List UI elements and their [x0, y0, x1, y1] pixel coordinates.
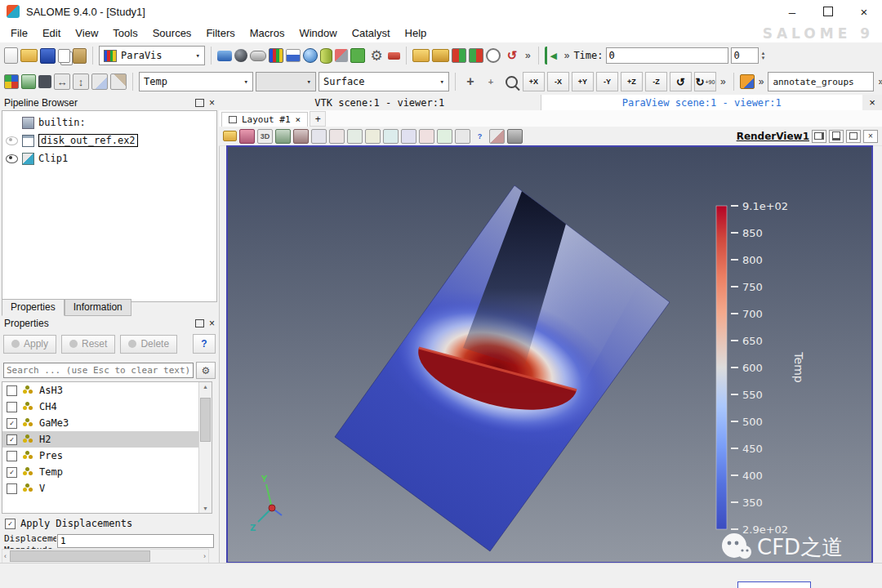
rv-open-icon[interactable] [223, 131, 237, 141]
macro-toggle-icon[interactable] [388, 52, 400, 60]
close-layout-icon[interactable]: × [296, 114, 301, 125]
rescale-data-icon[interactable]: ↔ [54, 74, 70, 90]
rv-help-icon[interactable]: ? [473, 130, 487, 143]
rv-3d-toggle[interactable]: 3D [257, 129, 273, 144]
filter-icon[interactable] [335, 49, 348, 62]
tab-vtk-viewer[interactable]: VTK scene:1 - viewer:1 [219, 95, 541, 110]
properties-hscrollbar[interactable]: ‹ › [2, 549, 209, 564]
paste-icon[interactable] [73, 48, 87, 64]
variables-scrollbar[interactable]: ▲ ▼ [198, 382, 212, 513]
close-dock-icon[interactable]: × [209, 319, 215, 327]
menu-tools[interactable]: Tools [105, 23, 145, 42]
variable-row-ash3[interactable]: AsH3 [2, 382, 212, 399]
camera-minus-y-button[interactable]: -Y [596, 72, 618, 91]
tab-properties[interactable]: Properties [2, 299, 65, 316]
split-horizontal-icon[interactable] [812, 130, 826, 143]
rescale-range-icon[interactable] [38, 75, 51, 88]
save-icon[interactable] [40, 48, 56, 64]
float-dock-icon[interactable] [195, 99, 204, 107]
menu-sources[interactable]: Sources [145, 23, 199, 42]
connect-server-icon[interactable] [217, 51, 232, 61]
scrollbar-thumb[interactable] [200, 398, 211, 442]
interaction-overflow-icon[interactable]: » [757, 76, 766, 87]
menu-file[interactable]: File [3, 23, 35, 42]
annotate-overflow-icon[interactable]: » [876, 76, 882, 87]
tab-layout-1[interactable]: Layout #1 × [221, 112, 308, 127]
menu-catalyst[interactable]: Catalyst [345, 23, 398, 42]
import-data-icon[interactable] [452, 48, 466, 63]
apply-displacements-checkbox[interactable]: ✓ [5, 519, 16, 529]
undo-icon[interactable]: ↺ [503, 47, 521, 65]
reset-camera-icon[interactable]: + [461, 73, 479, 91]
delete-button[interactable]: Delete [120, 335, 177, 354]
rv-zoom-box-icon[interactable] [455, 129, 470, 144]
close-button[interactable]: × [846, 0, 882, 23]
rv-interactive-select-cells-icon[interactable] [383, 129, 399, 144]
variable-row-game3[interactable]: ✓GaMe3 [2, 415, 212, 431]
tree-item-disk-out-ref[interactable]: disk_out_ref.ex2 [2, 131, 216, 149]
tree-item-builtin[interactable]: builtin: [2, 114, 216, 131]
save-state-icon[interactable] [432, 49, 449, 62]
search-input[interactable] [3, 363, 194, 378]
time-step-spinbox[interactable]: 0 [731, 47, 759, 64]
scroll-up-icon[interactable]: ▲ [203, 384, 208, 390]
variable-row-v[interactable]: V [2, 480, 212, 497]
disconnect-server-icon[interactable] [234, 49, 247, 62]
checkbox[interactable]: ✓ [7, 418, 17, 429]
color-map-icon[interactable] [4, 74, 19, 89]
help-button[interactable]: ? [193, 334, 216, 354]
hidden-viewer-tab-strip[interactable] [737, 581, 811, 588]
checkbox[interactable] [7, 483, 17, 494]
rv-clear-selection-icon[interactable] [489, 129, 505, 144]
copy-icon[interactable] [58, 49, 70, 63]
new-document-icon[interactable] [4, 47, 18, 64]
edit-color-map-icon[interactable] [21, 74, 36, 89]
menu-window[interactable]: Window [292, 23, 344, 42]
representation-combo[interactable]: Surface ▾ [318, 72, 449, 91]
visibility-eye-icon[interactable] [6, 154, 18, 163]
globe-icon[interactable] [303, 48, 318, 63]
rv-select-points-through-icon[interactable] [365, 129, 381, 144]
close-dock-icon[interactable]: × [209, 99, 215, 107]
menu-edit[interactable]: Edit [35, 23, 68, 42]
toolbar-overflow-icon[interactable]: » [523, 50, 532, 61]
proxy-icon[interactable] [250, 51, 266, 61]
rv-select-cells-on-icon[interactable] [311, 129, 327, 144]
export-data-icon[interactable] [469, 48, 483, 63]
maximize-view-icon[interactable] [846, 130, 861, 143]
source-cylinder-icon[interactable] [320, 48, 332, 64]
variable-row-temp[interactable]: ✓Temp [2, 464, 212, 480]
rv-hover-points-icon[interactable] [437, 129, 452, 144]
scroll-left-icon[interactable]: ‹ [2, 552, 8, 560]
search-options-button[interactable]: ⚙ [196, 362, 216, 379]
render-viewport[interactable]: Y Z 9.1e+02 850 800 [226, 145, 873, 564]
rv-select-cells-through-icon[interactable] [347, 129, 363, 144]
settings-gear-icon[interactable]: ⚙ [368, 47, 385, 65]
rv-select-points-on-icon[interactable] [329, 129, 345, 144]
annotate-groups-combo[interactable]: annotate_groups [768, 72, 874, 91]
time-spin-arrows[interactable]: ▲ ▼ [761, 51, 766, 60]
load-state-icon[interactable] [412, 49, 430, 62]
displacement-magnitude-input[interactable] [57, 534, 214, 548]
split-vertical-icon[interactable] [829, 130, 844, 143]
variable-row-pres[interactable]: Pres [2, 448, 212, 464]
time-input[interactable] [606, 47, 728, 64]
camera-overflow-icon[interactable]: » [719, 76, 728, 87]
camera-minus-x-button[interactable]: -X [547, 72, 569, 91]
first-frame-icon[interactable]: ◀ [545, 47, 560, 65]
zoom-to-data-icon[interactable]: + [482, 73, 500, 91]
camera-plus-x-button[interactable]: +X [523, 72, 545, 91]
color-by-combo[interactable]: Temp ▾ [139, 72, 253, 91]
scroll-down-icon[interactable]: ▼ [203, 506, 208, 511]
paraview-logo-icon[interactable] [269, 48, 283, 63]
add-layout-button[interactable]: + [310, 111, 326, 127]
minimize-button[interactable]: – [774, 0, 810, 23]
rescale-custom-icon[interactable]: ↕ [73, 74, 89, 90]
timer-icon[interactable] [486, 48, 501, 63]
menu-filters[interactable]: Filters [198, 23, 242, 42]
rv-axes-grid-icon[interactable] [275, 129, 291, 144]
camera-plus-z-button[interactable]: +Z [621, 72, 643, 91]
rv-hover-cells-icon[interactable] [419, 129, 434, 144]
render-scene[interactable]: Y Z 9.1e+02 850 800 [228, 147, 871, 562]
rotate-cw-button[interactable]: ↻ +90 [694, 72, 716, 91]
